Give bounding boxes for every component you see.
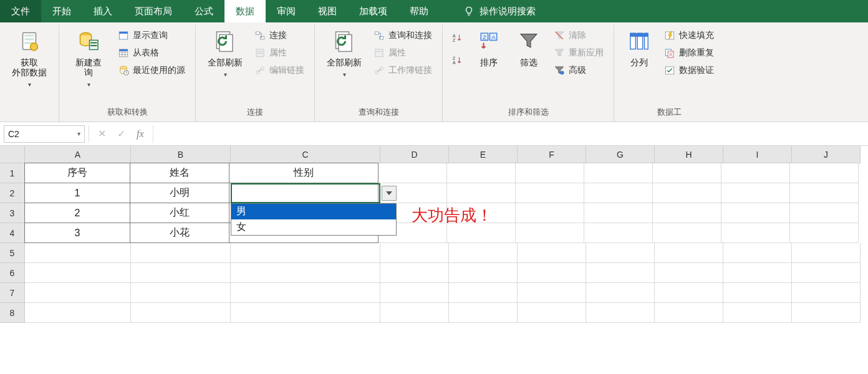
cell-I2[interactable] (721, 183, 790, 203)
cell-J8[interactable] (792, 303, 861, 323)
cell-H5[interactable] (655, 243, 723, 263)
refresh-all-button-2[interactable]: 全部刷新 ▾ (322, 25, 366, 78)
cell-D6[interactable] (380, 263, 449, 283)
tab-formulas[interactable]: 公式 (183, 0, 224, 22)
flash-fill-button[interactable]: 快速填充 (662, 29, 716, 42)
col-header-B[interactable]: B (131, 146, 231, 163)
col-header-J[interactable]: J (792, 146, 861, 163)
row-header-5[interactable]: 5 (0, 243, 25, 263)
sort-asc-button[interactable]: AZ (450, 31, 466, 45)
from-table-button[interactable]: 从表格 (115, 46, 188, 60)
cell-F1[interactable] (516, 163, 584, 183)
cell-B2[interactable]: 小明 (130, 183, 229, 203)
col-header-D[interactable]: D (380, 146, 449, 163)
cell-C1[interactable]: 性别 (229, 163, 379, 183)
cell-F7[interactable] (518, 283, 586, 303)
col-header-F[interactable]: F (518, 146, 586, 163)
data-validation-option[interactable]: 男 (231, 204, 396, 219)
cell-H3[interactable] (653, 203, 721, 223)
cell-J3[interactable] (790, 203, 859, 223)
sort-button[interactable]: ZA 排序 (471, 25, 506, 67)
col-header-H[interactable]: H (655, 146, 723, 163)
col-header-G[interactable]: G (586, 146, 655, 163)
tab-data[interactable]: 数据 (224, 0, 266, 22)
row-header-1[interactable]: 1 (0, 163, 25, 183)
cell-J2[interactable] (790, 183, 859, 203)
advanced-filter-button[interactable]: 高级 (551, 64, 606, 77)
show-queries-button[interactable]: 显示查询 (115, 29, 188, 42)
cell-H7[interactable] (655, 283, 723, 303)
cell-B7[interactable] (131, 283, 231, 303)
cell-F8[interactable] (518, 303, 586, 323)
cell-G6[interactable] (586, 263, 655, 283)
cell-A3[interactable]: 2 (24, 203, 130, 223)
cell-F6[interactable] (518, 263, 586, 283)
tab-view[interactable]: 视图 (307, 0, 348, 22)
tab-review[interactable]: 审阅 (266, 0, 307, 22)
cell-G5[interactable] (586, 243, 655, 263)
cell-A7[interactable] (25, 283, 131, 303)
row-header-6[interactable]: 6 (0, 263, 25, 283)
tab-help[interactable]: 帮助 (398, 0, 440, 22)
cell-I7[interactable] (723, 283, 792, 303)
cell-D1[interactable] (379, 163, 447, 183)
accept-formula-icon[interactable]: ✓ (117, 128, 125, 140)
cell-H1[interactable] (653, 163, 721, 183)
cell-H8[interactable] (655, 303, 723, 323)
cell-B6[interactable] (131, 263, 231, 283)
cell-G7[interactable] (586, 283, 655, 303)
col-header-E[interactable]: E (449, 146, 518, 163)
cell-D5[interactable] (380, 243, 449, 263)
cell-F2[interactable] (516, 183, 584, 203)
col-header-I[interactable]: I (723, 146, 792, 163)
cell-I1[interactable] (721, 163, 790, 183)
connections-button[interactable]: 连接 (252, 29, 307, 42)
cell-B3[interactable]: 小红 (130, 203, 229, 223)
filter-button[interactable]: 筛选 (511, 25, 546, 67)
cell-B1[interactable]: 姓名 (130, 163, 229, 183)
cell-F4[interactable] (516, 223, 584, 243)
cell-I3[interactable] (721, 203, 790, 223)
cell-C8[interactable] (231, 303, 380, 323)
sort-desc-button[interactable]: ZA (450, 54, 466, 67)
cell-C2[interactable] (229, 183, 379, 203)
cell-E2[interactable] (447, 183, 516, 203)
cell-J5[interactable] (792, 243, 861, 263)
cell-E6[interactable] (449, 263, 518, 283)
cell-A5[interactable] (25, 243, 131, 263)
cell-D8[interactable] (380, 303, 449, 323)
formula-input[interactable] (153, 125, 868, 143)
cell-A2[interactable]: 1 (24, 183, 130, 203)
cell-I6[interactable] (723, 263, 792, 283)
cell-D7[interactable] (380, 283, 449, 303)
data-validation-dropdown-button[interactable] (382, 186, 397, 201)
tab-file[interactable]: 文件 (0, 0, 41, 22)
tab-insert[interactable]: 插入 (82, 0, 123, 22)
cell-G3[interactable] (584, 203, 653, 223)
cell-I4[interactable] (721, 223, 790, 243)
tab-addins[interactable]: 加载项 (348, 0, 398, 22)
cell-E1[interactable] (447, 163, 516, 183)
cell-F5[interactable] (518, 243, 586, 263)
cell-H2[interactable] (653, 183, 721, 203)
tab-page-layout[interactable]: 页面布局 (123, 0, 183, 22)
row-header-3[interactable]: 3 (0, 203, 25, 223)
cancel-formula-icon[interactable]: ✕ (98, 128, 106, 140)
cell-G2[interactable] (584, 183, 653, 203)
properties-button-2[interactable]: 属性 (371, 46, 435, 60)
workbook-links-button[interactable]: 工作簿链接 (371, 64, 435, 77)
edit-links-button[interactable]: 编辑链接 (252, 64, 307, 77)
row-header-4[interactable]: 4 (0, 223, 25, 243)
cell-B8[interactable] (131, 303, 231, 323)
cell-E8[interactable] (449, 303, 518, 323)
cell-E5[interactable] (449, 243, 518, 263)
cell-J1[interactable] (790, 163, 859, 183)
fx-icon[interactable]: fx (137, 128, 144, 140)
cell-G4[interactable] (584, 223, 653, 243)
cell-C7[interactable] (231, 283, 380, 303)
col-header-A[interactable]: A (25, 146, 131, 163)
cell-A1[interactable]: 序号 (24, 163, 130, 183)
cell-J6[interactable] (792, 263, 861, 283)
tab-home[interactable]: 开始 (41, 0, 82, 22)
data-validation-option[interactable]: 女 (231, 219, 396, 235)
